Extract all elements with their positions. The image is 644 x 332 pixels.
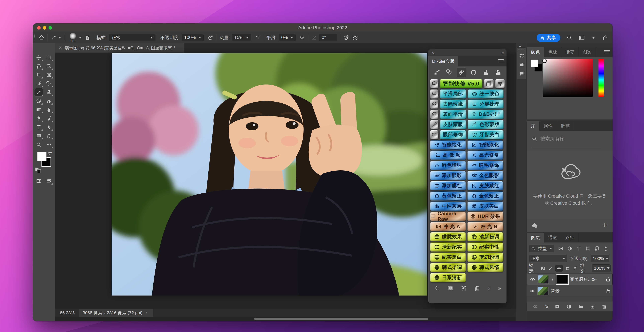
dr5-button[interactable]: 皮肤蒙版 [440, 120, 466, 129]
dr5-button[interactable]: 梦幻粉调 [467, 252, 503, 262]
clone-stamp-tool[interactable] [44, 88, 53, 96]
dr5-button[interactable]: 黄色矫正 [430, 191, 466, 201]
new-library-plus-icon[interactable]: + [602, 221, 607, 229]
cloud-sync-off-icon[interactable] [531, 222, 538, 229]
tab-adjustments[interactable]: 调整 [557, 121, 574, 131]
healing-brush-icon-selected[interactable] [456, 68, 466, 77]
patch-tool-icon[interactable] [469, 68, 478, 77]
tab-patterns[interactable]: 图案 [578, 47, 596, 57]
lock-pixels-icon[interactable] [548, 265, 553, 271]
screen-mode-icon[interactable] [44, 177, 53, 185]
zoom-level[interactable]: 66.23% [60, 310, 74, 315]
blend-mode-select[interactable]: 正常 [109, 34, 156, 41]
dr5-panel-tab[interactable]: DR5白金版 [428, 56, 458, 67]
smoothing-select[interactable]: 0% [279, 34, 296, 41]
dr5-button[interactable]: 韩式柔调 [430, 263, 466, 272]
blend-mode-select[interactable]: 正常 [529, 255, 568, 262]
home-icon[interactable] [38, 34, 45, 41]
document-info[interactable]: 3088 像素 x 2316 像素 (72 ppi) 〉 [79, 309, 153, 317]
tab-gradients[interactable]: 渐变 [561, 47, 578, 57]
dr5-button[interactable]: HDR 效果 [467, 212, 503, 221]
dr5-zoom-icon[interactable] [434, 285, 440, 291]
layer-name[interactable]: 背景 [551, 288, 604, 294]
share-button[interactable]: 共享 [536, 34, 560, 42]
shape-tool[interactable] [34, 132, 43, 140]
filter-smart-object-icon[interactable] [594, 246, 600, 251]
layer-visibility-eye-icon[interactable] [530, 276, 536, 282]
dr5-button[interactable]: 去除瑕疵 [440, 99, 466, 109]
color-panel-menu-icon[interactable] [604, 50, 610, 54]
new-group-icon[interactable] [578, 304, 584, 309]
marquee-tool[interactable] [44, 54, 53, 62]
dr5-button[interactable]: 添加眼影 [430, 171, 466, 180]
layer-filter-toggle-icon[interactable] [603, 246, 608, 251]
layer-mask-thumbnail[interactable] [557, 275, 568, 283]
size-pressure-icon[interactable] [343, 34, 350, 41]
gradient-tool[interactable] [34, 106, 43, 114]
export-icon[interactable] [602, 35, 608, 41]
libraries-search-input[interactable] [540, 136, 597, 142]
libraries-search[interactable] [532, 136, 597, 142]
dr5-button[interactable]: 高光修复 [467, 150, 503, 160]
opacity-pressure-icon[interactable] [207, 34, 214, 41]
lock-artboard-icon[interactable] [566, 265, 570, 271]
dr5-button[interactable]: 金色眼影 [467, 171, 503, 180]
filter-image-layers-icon[interactable] [558, 246, 563, 251]
type-tool[interactable] [34, 123, 43, 131]
history-panel-icon[interactable] [518, 52, 525, 59]
layer-row-retouch[interactable]: 完美磨皮...ō⌐ [527, 274, 612, 285]
status-more-icon[interactable]: 〉 [145, 310, 149, 316]
clone-stamp-icon[interactable] [481, 68, 490, 77]
airbrush-icon[interactable] [254, 34, 261, 41]
more-tools-icon[interactable] [44, 141, 53, 149]
dr5-button[interactable]: 分屏处理 [468, 99, 504, 109]
dr5-button[interactable]: 唇色增强 [430, 161, 466, 170]
link-layers-icon[interactable] [532, 304, 538, 309]
crop-tool[interactable] [34, 71, 43, 79]
tab-properties[interactable]: 属性 [540, 121, 557, 131]
angle-input[interactable]: 0° [319, 34, 337, 41]
dr5-sliders-button[interactable] [495, 79, 505, 88]
dr5-lasso-button[interactable] [430, 79, 438, 88]
canvas-photo[interactable] [112, 53, 427, 295]
fill-select[interactable]: 100% [592, 264, 610, 272]
workspace-icon[interactable] [578, 35, 585, 41]
dr5-preview-icon[interactable] [461, 285, 466, 291]
dr5-button[interactable]: 纪实黑白 [430, 252, 466, 262]
dr5-button[interactable]: 眼部修饰 [440, 130, 466, 139]
dr5-button[interactable]: 睫毛修饰 [467, 161, 503, 170]
minimize-window-button[interactable] [43, 26, 46, 30]
close-tab-icon[interactable]: ✕ [58, 45, 62, 51]
close-window-button[interactable] [37, 26, 41, 30]
lock-all-icon[interactable] [573, 265, 578, 271]
path-selection-tool[interactable] [44, 123, 53, 131]
filter-adjustment-layers-icon[interactable] [567, 246, 572, 251]
dr5-button[interactable]: 朦胧效果 [430, 232, 466, 241]
dr5-menu-icon[interactable] [498, 59, 504, 63]
dr5-smart-fix-button[interactable]: 智能快修 V5.0 [440, 79, 482, 88]
lasso-tool[interactable] [34, 62, 43, 70]
dr5-forward-icon[interactable]: » [498, 285, 501, 291]
flow-select[interactable]: 15% [232, 34, 251, 41]
libraries-dock-icon[interactable] [518, 61, 525, 68]
dr5-button[interactable]: 清新粉调 [467, 232, 503, 241]
swap-colors-icon[interactable]: ⇄ [48, 150, 52, 156]
dr5-button[interactable]: Camera Raw [430, 212, 466, 221]
dr5-selection-button[interactable] [430, 130, 438, 139]
dr5-duplicate-icon[interactable] [474, 285, 480, 291]
layer-thumbnail[interactable] [538, 287, 548, 295]
dr5-button[interactable]: 皮肤减红 [467, 181, 503, 190]
dr5-button[interactable]: 智能液化 [467, 140, 503, 150]
brush-tool-preset-icon[interactable] [50, 34, 57, 41]
layer-filter-select[interactable]: 类型 [529, 245, 554, 252]
tab-libraries[interactable]: 库 [527, 121, 540, 131]
layer-thumbnail[interactable] [538, 275, 548, 283]
frame-tool[interactable] [44, 71, 53, 79]
zoom-window-button[interactable] [48, 26, 52, 30]
dr5-button[interactable]: 冲 光 A [430, 222, 466, 231]
comments-panel-icon[interactable] [518, 71, 525, 77]
brush-tool-selected[interactable] [34, 88, 43, 96]
foreground-color-swatch[interactable] [530, 60, 538, 67]
layer-name[interactable]: 完美磨皮...ō⌐ [570, 276, 604, 282]
object-selection-tool[interactable] [44, 62, 53, 70]
